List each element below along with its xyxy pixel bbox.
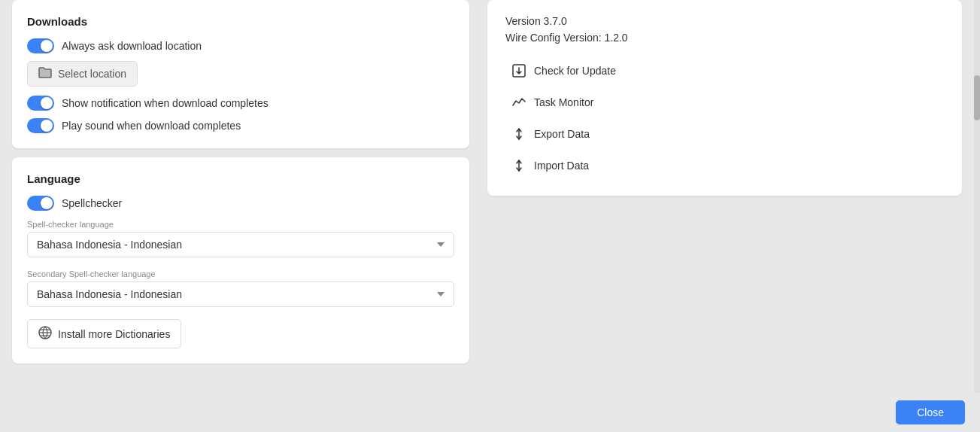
- show-notification-label: Show notification when download complete…: [62, 97, 269, 109]
- language-title: Language: [27, 172, 454, 185]
- spellchecker-slider: [27, 196, 54, 211]
- outer-right: Version 3.7.0 Wire Config Version: 1.2.0…: [481, 0, 980, 393]
- spell-checker-language-select[interactable]: Bahasa Indonesia - Indonesian: [27, 232, 454, 257]
- task-monitor-label: Task Monitor: [534, 96, 593, 108]
- play-sound-toggle[interactable]: [27, 118, 54, 133]
- check-for-update-item[interactable]: Check for Update: [505, 56, 944, 86]
- show-notification-row: Show notification when download complete…: [27, 96, 454, 111]
- secondary-language-container: Secondary Spell-checker language Bahasa …: [27, 269, 454, 307]
- export-data-label: Export Data: [534, 128, 590, 140]
- check-for-update-label: Check for Update: [534, 65, 616, 77]
- play-sound-label: Play sound when download completes: [62, 120, 241, 132]
- right-panel: Version 3.7.0 Wire Config Version: 1.2.0…: [481, 0, 974, 393]
- scrollbar-track[interactable]: [974, 0, 980, 393]
- info-card: Version 3.7.0 Wire Config Version: 1.2.0…: [487, 0, 962, 196]
- export-data-item[interactable]: Export Data: [505, 119, 944, 149]
- downloads-card: Downloads Always ask download location S…: [12, 0, 469, 148]
- close-button[interactable]: Close: [896, 400, 965, 424]
- always-ask-slider: [27, 38, 54, 53]
- import-data-item[interactable]: Import Data: [505, 151, 944, 181]
- spell-checker-language-label: Spell-checker language: [27, 220, 454, 229]
- always-ask-row: Always ask download location: [27, 38, 454, 53]
- import-icon: [511, 158, 526, 173]
- task-monitor-icon: [511, 95, 526, 110]
- action-list: Check for Update Task Monitor: [505, 56, 944, 181]
- update-icon: [511, 63, 526, 78]
- downloads-title: Downloads: [27, 15, 454, 28]
- select-location-button[interactable]: Select location: [27, 61, 138, 87]
- install-dictionaries-button[interactable]: Install more Dictionaries: [27, 319, 181, 348]
- import-data-label: Import Data: [534, 160, 589, 172]
- secondary-language-select[interactable]: Bahasa Indonesia - Indonesian: [27, 281, 454, 307]
- language-card: Language Spellchecker Spell-checker lang…: [12, 157, 469, 364]
- version-text: Version 3.7.0: [505, 15, 944, 27]
- select-location-label: Select location: [58, 68, 126, 80]
- show-notification-toggle[interactable]: [27, 96, 54, 111]
- task-monitor-item[interactable]: Task Monitor: [505, 87, 944, 117]
- export-icon: [511, 126, 526, 141]
- left-panel: Downloads Always ask download location S…: [0, 0, 481, 393]
- secondary-language-label: Secondary Spell-checker language: [27, 269, 454, 278]
- play-sound-row: Play sound when download completes: [27, 118, 454, 133]
- bottom-bar: Close: [0, 393, 980, 432]
- spellchecker-toggle[interactable]: [27, 196, 54, 211]
- play-sound-slider: [27, 118, 54, 133]
- globe-icon: [38, 326, 52, 342]
- wire-config-text: Wire Config Version: 1.2.0: [505, 32, 944, 44]
- show-notification-slider: [27, 96, 54, 111]
- spellchecker-row: Spellchecker: [27, 196, 454, 211]
- spellchecker-label: Spellchecker: [62, 197, 122, 209]
- folder-icon: [38, 66, 52, 81]
- scrollbar-thumb[interactable]: [974, 75, 980, 120]
- install-dictionaries-label: Install more Dictionaries: [58, 328, 170, 340]
- always-ask-label: Always ask download location: [62, 40, 202, 52]
- always-ask-toggle[interactable]: [27, 38, 54, 53]
- spell-checker-language-container: Spell-checker language Bahasa Indonesia …: [27, 220, 454, 257]
